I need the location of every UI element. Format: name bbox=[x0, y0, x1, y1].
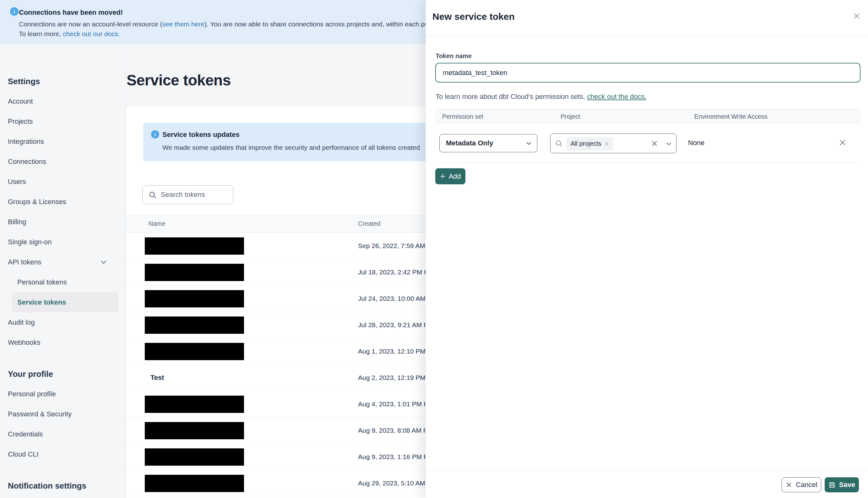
sidebar-item-users[interactable]: Users bbox=[0, 172, 125, 192]
sidebar-item-label: Notification settings bbox=[8, 481, 87, 491]
sidebar-item-label: Your profile bbox=[8, 369, 53, 379]
sidebar-item-label: Audit log bbox=[8, 318, 35, 327]
banner-body-text: ). You are now able to share connections… bbox=[205, 21, 427, 28]
chevron-down-icon[interactable] bbox=[666, 142, 672, 146]
token-created: Jul 28, 2023, 9:21 AM P bbox=[358, 312, 428, 338]
chip-remove-icon[interactable] bbox=[605, 142, 609, 146]
redacted-name bbox=[145, 264, 244, 281]
banner-body: Connections are now an account-level res… bbox=[19, 21, 427, 28]
page-title: Service tokens bbox=[127, 71, 231, 89]
sidebar-item-cloud-cli[interactable]: Cloud CLI bbox=[0, 444, 125, 464]
save-button-label: Save bbox=[839, 481, 855, 489]
permission-set-select[interactable]: Metadata Only bbox=[439, 134, 537, 152]
redacted-name bbox=[145, 290, 244, 307]
sidebar-heading-your-profile: Your profile bbox=[0, 364, 125, 384]
token-created: Jul 24, 2023, 10:00 AM bbox=[358, 285, 425, 312]
permission-row: Metadata Only All projects bbox=[435, 124, 861, 162]
sidebar-heading-label: Settings bbox=[8, 77, 40, 86]
cancel-button-label: Cancel bbox=[796, 481, 817, 489]
sidebar-heading-settings: Settings bbox=[0, 71, 125, 91]
sidebar-item-webhooks[interactable]: Webhooks bbox=[0, 332, 125, 353]
redacted-name bbox=[145, 475, 244, 492]
permission-help-text: To learn more about dbt Cloud's permissi… bbox=[436, 93, 647, 101]
sidebar-item-label: Webhooks bbox=[8, 339, 40, 347]
sidebar-nav: AccountProjectsIntegrationsConnectionsUs… bbox=[0, 91, 125, 496]
sidebar-item-label: Cloud CLI bbox=[8, 450, 39, 458]
sidebar-item-personal-tokens[interactable]: Personal tokens bbox=[0, 272, 125, 292]
search-icon bbox=[555, 140, 563, 147]
redacted-name bbox=[145, 422, 244, 439]
token-name-input[interactable] bbox=[435, 63, 860, 82]
sidebar-item-label: Account bbox=[8, 97, 33, 105]
drawer-header: New service token bbox=[426, 0, 868, 36]
column-header-permission-set: Permission set bbox=[442, 109, 483, 123]
all-projects-chip[interactable]: All projects bbox=[566, 137, 613, 150]
close-icon bbox=[786, 481, 792, 488]
project-multiselect[interactable]: All projects bbox=[550, 133, 676, 153]
token-created: Aug 29, 2023, 5:10 AM P bbox=[358, 470, 432, 496]
save-icon bbox=[828, 481, 836, 488]
redacted-name bbox=[145, 237, 244, 255]
sidebar-item-label: Personal profile bbox=[8, 390, 56, 398]
search-input[interactable] bbox=[161, 186, 230, 204]
sidebar-item-service-tokens[interactable]: Service tokens bbox=[12, 292, 118, 312]
sidebar-item-projects[interactable]: Projects bbox=[0, 112, 125, 132]
token-name: Test bbox=[150, 365, 164, 391]
cancel-button[interactable]: Cancel bbox=[781, 477, 821, 492]
permission-set-value: Metadata Only bbox=[446, 134, 493, 152]
sidebar-item-api-tokens[interactable]: API tokens bbox=[0, 252, 125, 272]
banner-body-text: Connections are now an account-level res… bbox=[19, 21, 162, 28]
sidebar-item-label: Projects bbox=[8, 117, 32, 126]
sidebar-item-label: Billing bbox=[8, 218, 26, 226]
column-header-environment-write-access: Environment Write Access bbox=[694, 109, 767, 123]
see-them-here-link[interactable]: see them here bbox=[162, 21, 204, 28]
banner-heading: Connections have been moved! bbox=[19, 9, 123, 17]
sidebar-item-label: Password & Security bbox=[8, 410, 71, 418]
sidebar-item-billing[interactable]: Billing bbox=[0, 212, 125, 232]
permission-table: Permission set Project Environment Write… bbox=[435, 109, 861, 162]
token-created: Aug 1, 2023, 12:10 PM P bbox=[358, 338, 432, 364]
sidebar-heading-notification-settings: Notification settings bbox=[0, 476, 125, 496]
help-text: To learn more about dbt Cloud's permissi… bbox=[436, 93, 587, 101]
token-created: Aug 9, 2023, 8:08 AM P bbox=[358, 417, 428, 443]
sidebar-item-single-sign-on[interactable]: Single sign-on bbox=[0, 232, 125, 252]
sidebar-item-label: Credentials bbox=[8, 430, 43, 438]
search-tokens-box bbox=[142, 185, 233, 204]
sidebar-item-label: Integrations bbox=[8, 137, 44, 146]
token-created: Jul 18, 2023, 2:42 PM P bbox=[358, 259, 428, 285]
sidebar-item-label: Groups & Licenses bbox=[8, 198, 66, 206]
notice-title: Service tokens updates bbox=[162, 131, 240, 139]
sidebar-item-groups-licenses[interactable]: Groups & Licenses bbox=[0, 192, 125, 212]
redacted-name bbox=[145, 448, 244, 466]
info-icon bbox=[151, 130, 159, 139]
info-icon bbox=[10, 7, 18, 16]
sidebar-item-password-security[interactable]: Password & Security bbox=[0, 404, 125, 424]
check-out-the-docs-link[interactable]: check out the docs. bbox=[587, 93, 647, 101]
notice-body: We made some updates that improve the se… bbox=[162, 144, 420, 151]
column-header-project: Project bbox=[561, 109, 580, 123]
sidebar-item-label: Connections bbox=[8, 158, 46, 166]
token-created: Aug 2, 2023, 12:19 PM P bbox=[358, 365, 432, 391]
sidebar-item-label: API tokens bbox=[8, 258, 41, 266]
sidebar-item-audit-log[interactable]: Audit log bbox=[0, 312, 125, 332]
permission-table-header: Permission set Project Environment Write… bbox=[435, 109, 861, 124]
search-icon bbox=[148, 191, 157, 199]
sidebar-item-label: Single sign-on bbox=[8, 238, 52, 246]
redacted-name bbox=[145, 396, 244, 413]
sidebar-item-integrations[interactable]: Integrations bbox=[0, 132, 125, 152]
redacted-name bbox=[145, 343, 244, 360]
clear-selection-icon[interactable] bbox=[651, 140, 658, 147]
remove-row-icon[interactable] bbox=[839, 139, 846, 146]
add-permission-button[interactable]: Add bbox=[435, 168, 465, 184]
check-out-docs-link[interactable]: check out our docs. bbox=[63, 30, 120, 37]
add-button-label: Add bbox=[448, 172, 461, 181]
sidebar-item-personal-profile[interactable]: Personal profile bbox=[0, 384, 125, 404]
close-icon[interactable] bbox=[851, 10, 862, 22]
banner-more: To learn more, check out our docs. bbox=[19, 30, 120, 38]
token-name-label: Token name bbox=[436, 52, 472, 60]
save-button[interactable]: Save bbox=[825, 477, 859, 492]
settings-sidebar: Settings AccountProjectsIntegrationsConn… bbox=[0, 44, 126, 498]
sidebar-item-credentials[interactable]: Credentials bbox=[0, 424, 125, 444]
sidebar-item-connections[interactable]: Connections bbox=[0, 152, 125, 172]
sidebar-item-account[interactable]: Account bbox=[0, 91, 125, 112]
